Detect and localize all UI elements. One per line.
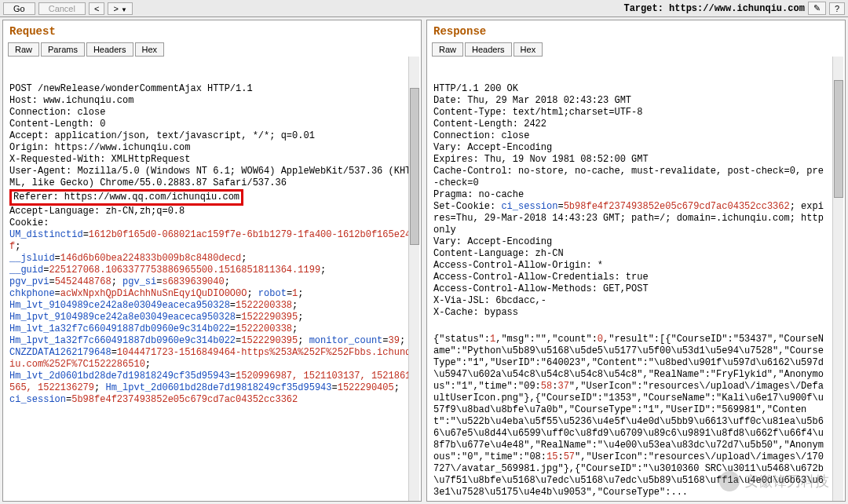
cancel-button[interactable]: Cancel — [38, 2, 86, 15]
tab-headers[interactable]: Headers — [465, 42, 512, 57]
tab-params[interactable]: Params — [41, 42, 85, 57]
target-label: Target: https://www.ichunqiu.com — [623, 3, 804, 14]
go-button[interactable]: Go — [3, 2, 35, 15]
tab-raw[interactable]: Raw — [8, 42, 39, 57]
tab-raw[interactable]: Raw — [432, 42, 463, 57]
main-split: Request Raw Params Headers Hex POST /new… — [0, 17, 848, 504]
top-toolbar: Go Cancel < > ▼ Target: https://www.ichu… — [0, 0, 848, 17]
tab-hex[interactable]: Hex — [514, 42, 543, 57]
tab-hex[interactable]: Hex — [135, 42, 165, 57]
response-scrollbar[interactable] — [832, 57, 843, 501]
target-help-button[interactable]: ? — [829, 2, 845, 15]
request-tabs: Raw Params Headers Hex — [3, 42, 421, 57]
request-title: Request — [3, 20, 421, 42]
tab-headers[interactable]: Headers — [86, 42, 133, 57]
request-scrollbar[interactable] — [408, 57, 419, 501]
response-raw-text[interactable]: HTTP/1.1 200 OKDate: Thu, 29 Mar 2018 02… — [427, 57, 845, 501]
prev-button[interactable]: < — [89, 2, 104, 15]
target-edit-button[interactable]: ✎ — [808, 2, 826, 15]
request-raw-text[interactable]: POST /newRelease/wonderCommentAjax HTTP/… — [3, 57, 421, 501]
response-title: Response — [427, 20, 845, 42]
response-tabs: Raw Headers Hex — [427, 42, 845, 57]
next-button[interactable]: > ▼ — [108, 2, 132, 15]
request-panel: Request Raw Params Headers Hex POST /new… — [2, 20, 422, 502]
response-panel: Response Raw Headers Hex HTTP/1.1 200 OK… — [426, 20, 846, 502]
